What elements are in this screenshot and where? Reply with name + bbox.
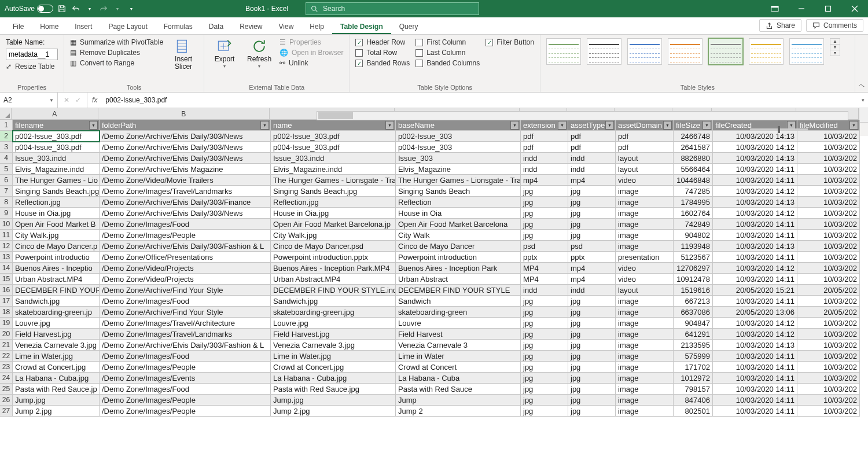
ribbon-tab-table-design[interactable]: Table Design <box>332 19 391 34</box>
maximize-button[interactable] <box>815 0 841 17</box>
cell[interactable]: House in Oia.jpg <box>271 208 396 219</box>
cell[interactable]: 10/03/2020 14:11 <box>713 351 797 362</box>
zoom-slider[interactable] <box>750 128 808 131</box>
cell[interactable]: image <box>616 406 674 417</box>
cell[interactable]: 10/03/202 <box>797 142 860 153</box>
name-box[interactable]: A2 ▼ <box>0 93 58 108</box>
cell[interactable]: 10/03/202 <box>797 263 860 274</box>
cell[interactable]: The Hunger Games - Lionsgate - Tra <box>396 175 521 186</box>
cell[interactable]: 10/03/2020 14:12 <box>713 318 797 329</box>
cell[interactable]: jpg <box>568 351 616 362</box>
expand-formula-bar-icon[interactable]: ▾ <box>858 97 868 103</box>
cell[interactable]: /Demo Zone/Archive/Find Your Style <box>100 285 271 296</box>
cell[interactable]: jpg <box>568 230 616 241</box>
row-header[interactable]: 19 <box>0 318 13 329</box>
cell[interactable]: jpg <box>568 362 616 373</box>
cell[interactable]: /Demo Zone/Images/People <box>100 406 271 417</box>
cell[interactable]: 10/03/2020 14:12 <box>713 186 797 197</box>
cell[interactable]: 10446848 <box>674 175 713 186</box>
cell[interactable]: 10/03/202 <box>797 351 860 362</box>
cell[interactable]: video <box>616 175 674 186</box>
column-header-A[interactable]: A <box>12 108 98 120</box>
cell[interactable]: jpg <box>568 329 616 340</box>
row-header[interactable]: 6 <box>0 175 13 186</box>
cell[interactable]: 10/03/202 <box>797 252 860 263</box>
scroll-down-icon[interactable]: ▼ <box>830 45 840 50</box>
remove-duplicates-button[interactable]: ▤Remove Duplicates <box>70 49 163 57</box>
table-header-cell[interactable]: filename <box>13 120 100 131</box>
table-header-cell[interactable]: name <box>271 120 396 131</box>
row-header[interactable]: 20 <box>0 329 13 340</box>
cell[interactable]: indd <box>568 164 616 175</box>
cell[interactable]: psd <box>568 241 616 252</box>
cell[interactable]: DECEMBER FIND YOUR S <box>13 285 100 296</box>
undo-icon[interactable] <box>71 3 81 14</box>
cell[interactable]: jpg <box>521 406 568 417</box>
cell[interactable]: 1012972 <box>674 373 713 384</box>
cell[interactable]: p002-Issue_303.pdf <box>13 131 100 142</box>
cell[interactable]: image <box>616 186 674 197</box>
cell[interactable]: p004-Issue_303.pdf <box>13 142 100 153</box>
cell[interactable]: jpg <box>568 340 616 351</box>
cell[interactable]: 802501 <box>674 406 713 417</box>
cell[interactable]: jpg <box>521 329 568 340</box>
cell[interactable]: /Demo Zone/Images/Food <box>100 384 271 395</box>
cell[interactable]: /Demo Zone/Archive/Elvis Daily/303/Fashi… <box>100 241 271 252</box>
cell[interactable]: The Hunger Games - Lio <box>13 175 100 186</box>
ribbon-tab-help[interactable]: Help <box>301 19 332 34</box>
autosave-toggle[interactable]: AutoSave <box>5 5 53 13</box>
cell[interactable]: 5566464 <box>674 164 713 175</box>
cell[interactable]: Sandwich <box>396 296 521 307</box>
banded-rows-checkbox[interactable]: Banded Rows <box>355 59 410 67</box>
cell[interactable]: indd <box>568 153 616 164</box>
cell[interactable]: Powerpoint introductio <box>13 252 100 263</box>
cell[interactable]: Cinco de Mayo Dancer.psd <box>271 241 396 252</box>
cell[interactable]: 798157 <box>674 384 713 395</box>
select-all-corner[interactable] <box>0 108 12 120</box>
cell[interactable]: City Walk <box>396 230 521 241</box>
cell[interactable]: MP4 <box>521 263 568 274</box>
save-icon[interactable] <box>57 3 67 14</box>
cell[interactable]: p002-Issue_303.pdf <box>271 131 396 142</box>
cell[interactable]: 20/05/202 <box>797 285 860 296</box>
cell[interactable]: jpg <box>568 395 616 406</box>
cell[interactable]: City Walk.jpg <box>13 230 100 241</box>
cell[interactable]: 10/03/202 <box>797 197 860 208</box>
cell[interactable]: presentation <box>616 252 674 263</box>
cell[interactable]: Louvre <box>396 318 521 329</box>
insert-slicer-button[interactable]: Insert Slicer <box>169 38 198 71</box>
formula-input[interactable]: p002-Issue_303.pdf <box>102 93 858 108</box>
cell[interactable]: /Demo Zone/Archive/Elvis Daily/303/Fashi… <box>100 340 271 351</box>
cell[interactable]: 10/03/2020 14:11 <box>713 219 797 230</box>
cell[interactable]: /Demo Zone/Archive/Elvis Daily/303/News <box>100 131 271 142</box>
filter-dropdown-icon[interactable] <box>605 121 614 130</box>
cell[interactable]: indd <box>521 153 568 164</box>
row-header[interactable]: 14 <box>0 263 13 274</box>
cell[interactable]: /Demo Zone/Images/People <box>100 362 271 373</box>
cell[interactable]: jpg <box>521 208 568 219</box>
cell[interactable]: 10/03/2020 14:13 <box>713 340 797 351</box>
cell[interactable]: 10/03/2020 14:13 <box>713 153 797 164</box>
cell[interactable]: video <box>616 274 674 285</box>
cell[interactable]: p004-Issue_303 <box>396 142 521 153</box>
filter-dropdown-icon[interactable] <box>849 121 858 130</box>
cell[interactable]: jpg <box>521 219 568 230</box>
cell[interactable]: image <box>616 197 674 208</box>
cell[interactable]: 5123567 <box>674 252 713 263</box>
ribbon-tab-query[interactable]: Query <box>391 19 426 34</box>
cell[interactable]: 667213 <box>674 296 713 307</box>
cell[interactable]: 10/03/2020 14:13 <box>713 241 797 252</box>
row-header[interactable]: 26 <box>0 395 13 406</box>
cell[interactable]: image <box>616 296 674 307</box>
cell[interactable]: Jump 2.jpg <box>13 406 100 417</box>
cell[interactable]: 10/03/202 <box>797 208 860 219</box>
column-header-B[interactable]: B <box>98 108 270 120</box>
cell[interactable]: Urban Abstract.MP4 <box>13 274 100 285</box>
cell[interactable]: Field Harvest.jpg <box>13 329 100 340</box>
cell[interactable]: mp4 <box>521 175 568 186</box>
cell[interactable]: Pasta with Red Sauce.jp <box>13 384 100 395</box>
table-style-swatch[interactable] <box>587 38 621 65</box>
cell[interactable]: Jump <box>396 395 521 406</box>
qat-customize-icon[interactable]: ▼ <box>126 3 137 14</box>
row-header[interactable]: 23 <box>0 362 13 373</box>
